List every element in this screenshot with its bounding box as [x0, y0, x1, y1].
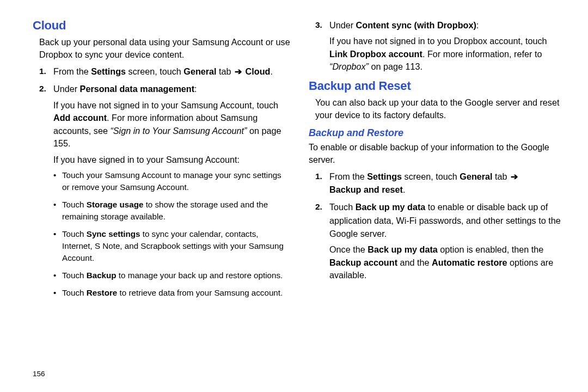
backup-restore-steps: 1. From the Settings screen, touch Gener…	[315, 170, 566, 282]
bold: Settings	[91, 66, 126, 76]
bullet: Touch Restore to retrieve data from your…	[53, 287, 290, 299]
page-number: 156	[33, 370, 45, 378]
bold: Personal data management	[80, 84, 195, 94]
bold: Restore	[87, 288, 118, 297]
step-2: 2. Under Personal data management: If yo…	[39, 82, 290, 299]
step-2-body: Once the Back up my data option is enabl…	[329, 243, 566, 281]
bold: Sync settings	[87, 229, 140, 238]
signed-in-options: Touch your Samsung Account to manage you…	[53, 169, 290, 299]
heading-cloud: Cloud	[33, 19, 290, 33]
text: Under	[53, 84, 80, 94]
text: Touch	[62, 229, 87, 238]
italic: “Sign in to Your Samsung Account”	[110, 126, 247, 136]
backup-reset-intro: You can also back up your data to the Go…	[309, 96, 566, 122]
step-3: 3. Under Content sync (with Dropbox): If…	[315, 19, 566, 74]
heading-backup-reset: Backup and Reset	[309, 79, 566, 93]
subheading-backup-restore: Backup and Restore	[309, 127, 566, 139]
text: From the	[329, 171, 367, 181]
bold: Cloud	[246, 66, 271, 76]
text: From the	[53, 66, 91, 76]
bold: Content sync (with Dropbox)	[356, 20, 476, 30]
bold: Link Dropbox account	[329, 49, 422, 59]
bold: Back up my data	[367, 244, 438, 254]
right-column: 3. Under Content sync (with Dropbox): If…	[309, 19, 566, 304]
paragraph: If you have signed in to your Samsung Ac…	[53, 154, 290, 166]
step-number: 1.	[39, 65, 46, 77]
bold: Backup	[87, 271, 117, 280]
paragraph: If you have not signed in to your Samsun…	[53, 99, 290, 150]
arrow-icon: ➔	[510, 171, 519, 181]
bold: Back up my data	[356, 202, 426, 212]
step-2-body: If you have not signed in to your Samsun…	[53, 99, 290, 299]
text: . For more information, refer to	[422, 49, 542, 59]
text: Touch	[62, 200, 87, 209]
left-column: Cloud Back up your personal data using y…	[33, 19, 290, 304]
step-number: 2.	[39, 82, 46, 95]
text: tab	[217, 66, 234, 76]
step-number: 1.	[315, 170, 322, 182]
paragraph: If you have not signed in to you Dropbox…	[329, 35, 566, 73]
bullet: Touch Backup to manage your back up and …	[53, 270, 290, 281]
paragraph: Once the Back up my data option is enabl…	[329, 243, 566, 281]
italic: “Dropbox”	[329, 62, 369, 71]
step-3-body: If you have not signed in to you Dropbox…	[329, 35, 566, 73]
text: Touch	[62, 271, 87, 280]
text: screen, touch	[126, 66, 183, 76]
bold: Backup and reset	[329, 185, 403, 194]
step-2: 2. Touch Back up my data to enable or di…	[315, 200, 566, 281]
step-1: 1. From the Settings screen, touch Gener…	[39, 65, 290, 78]
bullet: Touch Storage usage to show the storage …	[53, 199, 290, 223]
bullet: Touch your Samsung Account to manage you…	[53, 169, 290, 193]
cloud-steps-continued: 3. Under Content sync (with Dropbox): If…	[315, 19, 566, 74]
text: screen, touch	[402, 171, 460, 181]
text: tab	[493, 171, 510, 181]
bold: General	[460, 171, 492, 181]
text: If you have not signed in to your Samsun…	[53, 100, 278, 110]
text: on page 113.	[369, 62, 422, 71]
manual-page: Cloud Back up your personal data using y…	[0, 0, 588, 392]
text: to manage your back up and restore optio…	[117, 271, 283, 280]
step-1: 1. From the Settings screen, touch Gener…	[315, 170, 566, 197]
text: Touch	[329, 202, 356, 212]
bold: Storage usage	[87, 200, 144, 209]
text: Under	[329, 20, 356, 30]
text: If you have not signed in to you Dropbox…	[329, 36, 547, 46]
text: and the	[397, 258, 432, 267]
bold: Add account	[53, 113, 107, 122]
text: Once the	[329, 244, 367, 254]
bold: Automatic restore	[432, 258, 507, 267]
text: .	[270, 66, 273, 76]
bold: Settings	[367, 171, 402, 181]
cloud-intro: Back up your personal data using your Sa…	[33, 36, 290, 62]
text: :	[194, 84, 197, 94]
two-column-layout: Cloud Back up your personal data using y…	[33, 19, 566, 304]
step-number: 3.	[315, 19, 322, 31]
text: Touch	[62, 288, 87, 297]
bold: Backup account	[329, 258, 397, 267]
text: :	[476, 20, 479, 30]
text: to retrieve data from your Samsung accou…	[117, 288, 283, 297]
cloud-steps: 1. From the Settings screen, touch Gener…	[39, 65, 290, 299]
backup-restore-intro: To enable or disable backup of your info…	[309, 141, 566, 167]
step-number: 2.	[315, 200, 322, 213]
text: option is enabled, then the	[438, 244, 543, 254]
text: .	[403, 185, 406, 194]
bullet: Touch Sync settings to sync your calenda…	[53, 228, 290, 264]
arrow-icon: ➔	[234, 66, 243, 76]
bold: General	[183, 66, 216, 76]
